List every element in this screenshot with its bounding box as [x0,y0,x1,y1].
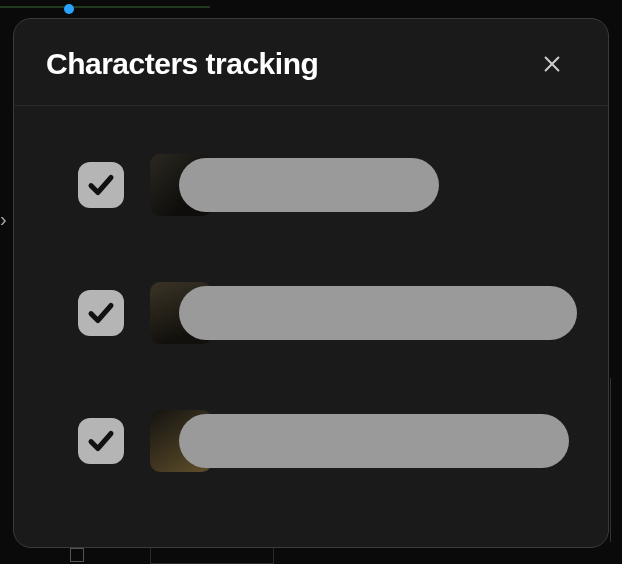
character-checkbox[interactable] [78,290,124,336]
character-name-redacted [179,158,439,212]
close-button[interactable] [536,48,568,80]
modal-body [14,106,608,492]
background-text: › [0,208,7,231]
character-row [78,410,568,472]
character-row [78,154,568,216]
modal-header: Characters tracking [14,19,608,106]
check-icon [86,426,116,456]
check-icon [86,298,116,328]
character-row [78,282,568,344]
character-name-redacted [179,286,577,340]
check-icon [86,170,116,200]
character-checkbox[interactable] [78,418,124,464]
character-checkbox[interactable] [78,162,124,208]
close-icon [541,53,563,75]
modal-title: Characters tracking [46,47,318,81]
characters-tracking-modal: Characters tracking [13,18,609,548]
character-name-redacted [179,414,569,468]
